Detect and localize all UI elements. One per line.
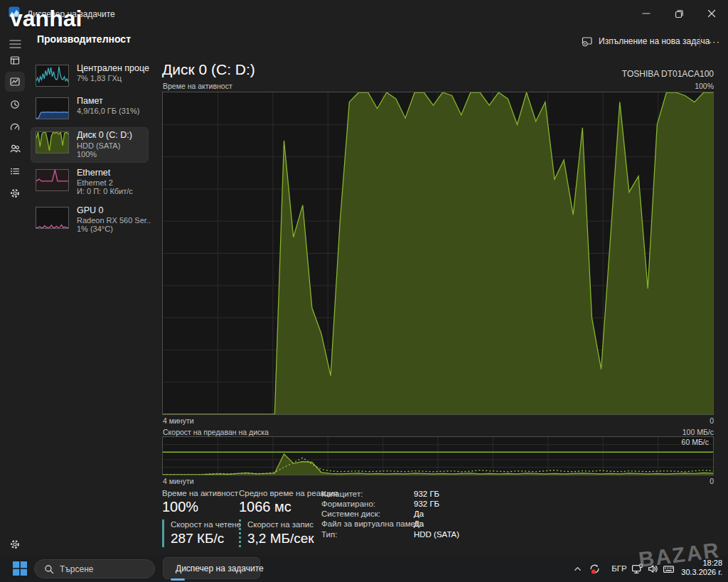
activity-chart-ymax: 100% bbox=[695, 82, 714, 90]
activity-x-left: 4 минути bbox=[163, 416, 194, 425]
detail-label: Тип: bbox=[321, 530, 337, 539]
detail-value: Да bbox=[414, 510, 424, 518]
cpu-title: Централен проце bbox=[77, 63, 149, 73]
transfer-chart-label: Скорост на предаван на диска bbox=[163, 428, 269, 436]
transfer-chart-ymax: 100 МБ/с bbox=[682, 428, 714, 436]
taskbar-app-label: Диспечер на задачите bbox=[176, 564, 264, 573]
disk-panel-title: Диск 0 (C: D:) bbox=[162, 61, 255, 78]
detail-value: Да bbox=[414, 519, 424, 528]
read-speed-stat: Скорост на четене 287 КБ/с bbox=[162, 519, 241, 547]
nav-app-history[interactable] bbox=[5, 95, 25, 114]
active-app-indicator bbox=[171, 578, 185, 581]
write-speed-label: Скорост на запис bbox=[247, 520, 314, 529]
detail-label: Форматирано: bbox=[321, 500, 375, 508]
run-new-task-label: Изпълнение на нова задача bbox=[599, 36, 710, 46]
run-new-task-button[interactable]: Изпълнение на нова задача bbox=[577, 31, 714, 51]
header-separator bbox=[700, 34, 700, 48]
taskbar-task-manager-button[interactable]: Диспечер на задачите bbox=[163, 557, 260, 579]
windows-logo-icon bbox=[13, 561, 27, 576]
gpu-thumbnail-chart bbox=[36, 207, 69, 229]
nav-processes[interactable] bbox=[5, 50, 25, 70]
detail-value: 932 ГБ bbox=[414, 500, 439, 508]
disk-activity-chart[interactable] bbox=[162, 92, 714, 415]
gpu-title: GPU 0 bbox=[77, 205, 149, 215]
nav-selected-accent bbox=[1, 77, 3, 87]
active-time-value: 100% bbox=[162, 499, 198, 515]
transfer-marker-label: 60 МБ/с bbox=[682, 438, 709, 446]
speedometer-icon bbox=[9, 122, 21, 133]
memory-thumbnail-chart bbox=[36, 97, 69, 119]
sync-update-icon bbox=[589, 563, 601, 575]
read-speed-label: Скорост на четене bbox=[171, 520, 241, 529]
disk-transfer-chart[interactable] bbox=[162, 436, 714, 475]
nav-rail bbox=[0, 28, 28, 555]
taskbar: Търсене Диспечер на задачите БГР bbox=[0, 555, 728, 582]
minimize-button[interactable] bbox=[630, 0, 663, 27]
hamburger-icon bbox=[9, 39, 21, 49]
search-placeholder: Търсене bbox=[60, 564, 93, 574]
detail-label: Файл за виртуална памет: bbox=[321, 519, 421, 528]
disk-title: Диск 0 (C: D:) bbox=[77, 130, 149, 140]
users-icon bbox=[9, 143, 21, 154]
search-icon bbox=[44, 564, 54, 574]
ethernet-title: Ethernet bbox=[77, 168, 149, 178]
tray-language-button[interactable]: БГР bbox=[610, 555, 628, 582]
disk-thumbnail-chart bbox=[36, 131, 69, 153]
task-manager-screen: Диспечер на задачите bbox=[0, 0, 728, 582]
watermark-vanhai: vanhai bbox=[10, 6, 82, 32]
nav-users[interactable] bbox=[5, 139, 25, 158]
close-button[interactable] bbox=[695, 0, 728, 27]
details-list-icon bbox=[9, 166, 21, 177]
nav-services[interactable] bbox=[5, 183, 25, 203]
search-input[interactable]: Търсене bbox=[34, 559, 155, 578]
page-title: Производителност bbox=[37, 33, 131, 45]
titlebar: Диспечер на задачите bbox=[0, 0, 728, 28]
tray-update-button[interactable] bbox=[589, 555, 603, 582]
activity-x-right: 0 bbox=[710, 416, 714, 425]
disk-type: HDD (SATA) bbox=[77, 141, 151, 150]
write-speed-value: 3,2 МБ/сек bbox=[247, 531, 314, 546]
read-speed-value: 287 КБ/с bbox=[171, 531, 241, 546]
performance-icon bbox=[9, 76, 21, 87]
response-time-value: 1066 мс bbox=[239, 499, 291, 515]
disk-model: TOSHIBA DT01ACA100 bbox=[622, 69, 714, 79]
activity-chart-label: Време на активност bbox=[163, 82, 232, 90]
settings-gear-icon bbox=[9, 539, 21, 550]
ethernet-thumbnail-chart bbox=[36, 169, 69, 191]
disk-usage: 100% bbox=[77, 150, 151, 158]
processes-icon bbox=[9, 55, 21, 66]
cpu-usage: 7% 1,83 ГХц bbox=[77, 74, 151, 82]
detail-label: Системен диск: bbox=[321, 510, 380, 518]
start-button[interactable] bbox=[13, 561, 27, 576]
nav-startup-apps[interactable] bbox=[5, 117, 25, 137]
cpu-thumbnail-chart bbox=[36, 65, 69, 87]
run-new-task-icon bbox=[582, 36, 593, 47]
nav-details[interactable] bbox=[5, 161, 25, 181]
ethernet-throughput: И: 0 П: 0 Кбит/с bbox=[77, 187, 151, 195]
detail-label: Капацитет: bbox=[321, 490, 363, 498]
memory-usage: 4,9/16,0 ГБ (31%) bbox=[77, 107, 151, 115]
detail-value: HDD (SATA) bbox=[414, 530, 459, 539]
restore-button[interactable] bbox=[663, 0, 695, 27]
tray-chevron-button[interactable] bbox=[573, 555, 583, 582]
nav-performance[interactable] bbox=[5, 72, 25, 92]
nav-settings[interactable] bbox=[5, 534, 25, 554]
services-gear-icon bbox=[9, 188, 21, 199]
transfer-x-right: 0 bbox=[710, 477, 714, 485]
active-time-label: Време на активност bbox=[162, 489, 238, 497]
gpu-name: Radeon RX 560 Ser... bbox=[77, 216, 151, 225]
ethernet-name: Ethernet 2 bbox=[77, 178, 151, 187]
gpu-usage: 1% (34°C) bbox=[77, 225, 151, 233]
write-speed-stat: Скорост на запис 3,2 МБ/сек bbox=[239, 519, 314, 547]
tray-date: 30.3.2026 г. bbox=[681, 568, 722, 577]
detail-value: 932 ГБ bbox=[414, 490, 439, 498]
more-options-button[interactable]: ··· bbox=[705, 31, 724, 51]
memory-title: Памет bbox=[77, 96, 149, 106]
transfer-x-left: 4 минути bbox=[163, 477, 194, 485]
chevron-up-icon bbox=[573, 564, 582, 573]
history-icon bbox=[9, 99, 21, 110]
